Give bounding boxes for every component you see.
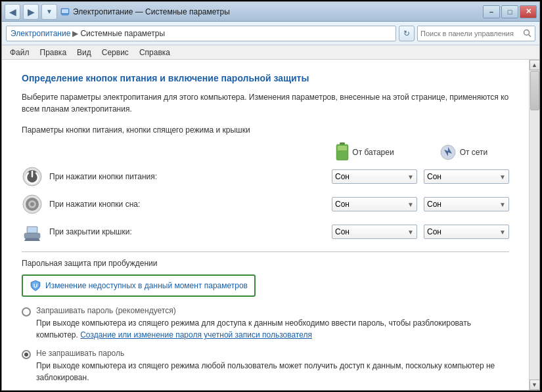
svg-rect-1 — [62, 9, 68, 13]
col-power-label: От сети — [460, 148, 488, 157]
main-content: Определение кнопок питания и включение п… — [2, 60, 529, 390]
scrollbar: ▲ ▼ — [529, 60, 539, 390]
section2-title: Парольная защита при пробуждении — [22, 259, 509, 268]
sleep-battery-arrow: ▼ — [407, 201, 414, 208]
power-button-icon — [22, 166, 43, 187]
menu-help[interactable]: Справка — [134, 47, 175, 58]
lid-ac-arrow: ▼ — [499, 229, 506, 236]
power-battery-arrow: ▼ — [407, 173, 414, 181]
radio-password-button[interactable] — [22, 307, 31, 316]
breadcrumb-bar: Электропитание ▶ Системные параметры — [6, 26, 396, 41]
svg-line-5 — [529, 34, 531, 37]
sleep-ac-dropdown[interactable]: Сон ▼ — [424, 197, 509, 211]
menu-view[interactable]: Вид — [72, 47, 97, 58]
power-ac-arrow: ▼ — [499, 173, 506, 181]
svg-text:U: U — [34, 282, 38, 289]
power-ac-value: Сон — [427, 172, 441, 181]
menu-service[interactable]: Сервис — [97, 47, 134, 58]
power-battery-dropdown[interactable]: Сон ▼ — [332, 169, 417, 184]
power-button-label: При нажатии кнопки питания: — [49, 172, 332, 181]
lid-ac-value: Сон — [427, 227, 441, 236]
sleep-button-icon — [22, 194, 43, 215]
radio-option-password: Запрашивать пароль (рекомендуется) При в… — [22, 306, 509, 341]
content-area: Определение кнопок питания и включение п… — [2, 60, 539, 390]
sleep-battery-value: Сон — [335, 200, 350, 209]
scroll-down-button[interactable]: ▼ — [530, 380, 540, 390]
svg-rect-6 — [340, 142, 345, 144]
battery-icon — [335, 142, 350, 162]
radio-password-label: Запрашивать пароль (рекомендуется) — [36, 306, 509, 315]
title-text: Электропитание — Системные параметры — [73, 7, 230, 16]
window-controls: – □ ✕ — [483, 5, 537, 18]
search-icon — [523, 29, 532, 38]
radio-password-content: Запрашивать пароль (рекомендуется) При в… — [36, 306, 509, 341]
column-headers: От батареи От сети — [22, 142, 509, 162]
lid-battery-arrow: ▼ — [407, 229, 414, 236]
sleep-ac-value: Сон — [427, 200, 441, 209]
change-settings-text: Изменение недоступных в данный момент па… — [45, 281, 248, 290]
menu-file[interactable]: Файл — [5, 47, 35, 58]
sleep-battery-dropdown[interactable]: Сон ▼ — [332, 197, 417, 211]
power-ac-dropdown[interactable]: Сон ▼ — [424, 169, 509, 184]
section1-header: Параметры кнопки питания, кнопки спящего… — [22, 125, 509, 135]
minimize-button[interactable]: – — [483, 5, 500, 18]
radio-nopassword-label: Не запрашивать пароль — [36, 349, 509, 358]
col-power: От сети — [417, 142, 509, 162]
close-button[interactable]: ✕ — [520, 5, 537, 18]
lid-dropdowns: Сон ▼ Сон ▼ — [332, 225, 509, 239]
sleep-ac-arrow: ▼ — [499, 201, 506, 208]
setting-row-power-button: При нажатии кнопки питания: Сон ▼ Сон ▼ — [22, 166, 509, 187]
refresh-button[interactable]: ↻ — [399, 26, 415, 41]
lid-battery-value: Сон — [335, 227, 350, 236]
section-divider — [22, 251, 509, 252]
radio-nopassword-desc: При выходе компьютера из спящего режима … — [36, 360, 509, 383]
col-battery: От батареи — [319, 142, 411, 162]
sleep-button-dropdowns: Сон ▼ Сон ▼ — [332, 197, 509, 211]
menu-bar: Файл Правка Вид Сервис Справка — [2, 45, 539, 60]
lid-battery-dropdown[interactable]: Сон ▼ — [332, 225, 417, 239]
radio-nopassword-inner — [24, 353, 28, 357]
breadcrumb-link-electro[interactable]: Электропитание — [11, 29, 70, 38]
search-bar — [417, 26, 535, 41]
svg-point-16 — [30, 202, 34, 206]
svg-rect-19 — [28, 227, 37, 232]
lid-icon — [22, 221, 43, 242]
scroll-thumb[interactable] — [530, 71, 539, 110]
sleep-button-label: При нажатии кнопки сна: — [49, 200, 332, 209]
back-button[interactable]: ◀ — [5, 4, 20, 20]
power-button-dropdowns: Сон ▼ Сон ▼ — [332, 169, 509, 184]
title-bar-left: ◀ ▶ ▼ Электропитание — Системные парамет… — [5, 4, 230, 20]
setting-row-lid: При закрытии крышки: Сон ▼ Сон ▼ — [22, 221, 509, 242]
search-input[interactable] — [420, 30, 523, 37]
dropdown-button[interactable]: ▼ — [41, 4, 57, 20]
setting-row-sleep-button: При нажатии кнопки сна: Сон ▼ Сон ▼ — [22, 194, 509, 215]
svg-rect-3 — [62, 14, 68, 15]
page-description: Выберите параметры электропитания для эт… — [22, 91, 509, 115]
main-window: ◀ ▶ ▼ Электропитание — Системные парамет… — [1, 1, 540, 391]
svg-rect-2 — [63, 14, 67, 15]
breadcrumb-current: Системные параметры — [80, 29, 165, 38]
password-link[interactable]: Создание или изменение пароля учетной за… — [80, 330, 312, 339]
plug-icon — [439, 143, 457, 162]
lid-label: При закрытии крышки: — [49, 227, 332, 236]
window-icon — [60, 7, 70, 17]
shield-icon: U — [30, 280, 41, 292]
title-label: Электропитание — Системные параметры — [73, 7, 230, 16]
col-battery-label: От батареи — [352, 148, 394, 157]
radio-nopassword-button[interactable] — [22, 350, 31, 359]
radio-nopassword-content: Не запрашивать пароль При выходе компьют… — [36, 349, 509, 383]
radio-option-nopassword: Не запрашивать пароль При выходе компьют… — [22, 349, 509, 383]
change-settings-link[interactable]: U Изменение недоступных в данный момент … — [22, 274, 256, 297]
scroll-up-button[interactable]: ▲ — [530, 60, 540, 70]
svg-point-4 — [524, 30, 530, 35]
scroll-track[interactable] — [530, 70, 540, 380]
maximize-button[interactable]: □ — [501, 5, 518, 18]
power-battery-value: Сон — [335, 172, 350, 181]
radio-password-desc: При выходе компьютера из спящего режима … — [36, 317, 509, 341]
forward-button[interactable]: ▶ — [23, 4, 39, 20]
menu-edit[interactable]: Правка — [35, 47, 72, 58]
page-title: Определение кнопок питания и включение п… — [22, 73, 509, 83]
svg-rect-17 — [24, 233, 40, 238]
lid-ac-dropdown[interactable]: Сон ▼ — [424, 225, 509, 239]
svg-rect-9 — [338, 150, 347, 158]
